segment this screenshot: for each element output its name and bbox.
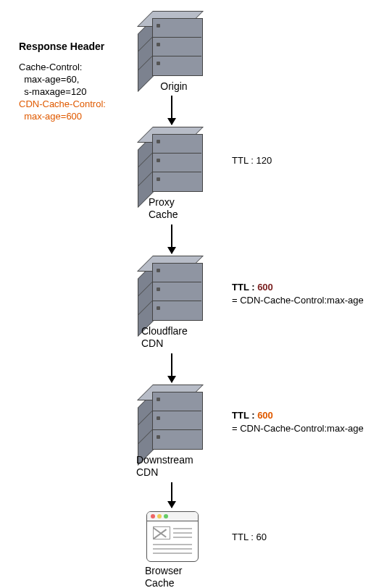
downstream-cdn-label-l2: CDN — [136, 466, 158, 478]
cloudflare-cdn-label-l1: Cloudflare — [141, 325, 188, 337]
downstream-ttl-value: 600 — [257, 410, 273, 421]
cloudflare-ttl: TTL : 600 = CDN-Cache-Control:max-age — [232, 281, 364, 306]
browser-cache-label-l2: Cache — [145, 577, 174, 588]
downstream-ttl-sub: = CDN-Cache-Control:max-age — [232, 423, 364, 434]
downstream-ttl-prefix: TTL : — [232, 410, 257, 421]
header-cache-control-maxage: max-age=60, — [19, 73, 79, 86]
proxy-cache-server-icon — [152, 134, 201, 190]
cloudflare-ttl-sub: = CDN-Cache-Control:max-age — [232, 295, 364, 306]
proxy-ttl-prefix: TTL : — [232, 155, 256, 166]
downstream-cdn-server-icon — [152, 392, 201, 448]
browser-cache-label: Browser Cache — [145, 565, 210, 588]
header-cdn-cache-control: CDN-Cache-Control: — [19, 98, 106, 111]
proxy-cache-label: Proxy Cache — [149, 196, 207, 221]
arrow-proxy-to-cloudflare — [171, 224, 172, 253]
browser-icon — [146, 511, 199, 562]
browser-ttl-prefix: TTL : — [232, 532, 256, 542]
origin-server-icon — [152, 18, 201, 75]
browser-ttl: TTL : 60 — [232, 531, 267, 544]
arrow-cloudflare-to-downstream — [171, 353, 172, 382]
cloudflare-ttl-value: 600 — [257, 282, 273, 293]
proxy-cache-label-l2: Cache — [149, 209, 178, 220]
header-cache-control-smaxage: s-maxage=120 — [19, 85, 87, 98]
downstream-cdn-label-l1: Downstream — [136, 454, 193, 466]
downstream-cdn-label: Downstream CDN — [136, 454, 223, 479]
browser-ttl-value: 60 — [256, 532, 266, 542]
header-cdn-cache-control-maxage: max-age=600 — [19, 110, 82, 123]
cloudflare-cdn-label: Cloudflare CDN — [141, 325, 214, 350]
header-cache-control: Cache-Control: — [19, 61, 82, 74]
cloudflare-ttl-prefix: TTL : — [232, 282, 257, 293]
origin-label: Origin — [138, 80, 210, 93]
response-header-title: Response Header — [19, 41, 104, 52]
downstream-ttl: TTL : 600 = CDN-Cache-Control:max-age — [232, 409, 364, 434]
proxy-ttl: TTL : 120 — [232, 154, 272, 167]
cloudflare-cdn-server-icon — [152, 263, 201, 319]
proxy-ttl-value: 120 — [256, 155, 272, 166]
arrow-downstream-to-browser — [171, 482, 172, 508]
browser-cache-label-l1: Browser — [145, 565, 182, 576]
cloudflare-cdn-label-l2: CDN — [141, 337, 163, 349]
arrow-origin-to-proxy — [171, 96, 172, 125]
proxy-cache-label-l1: Proxy — [149, 196, 175, 208]
